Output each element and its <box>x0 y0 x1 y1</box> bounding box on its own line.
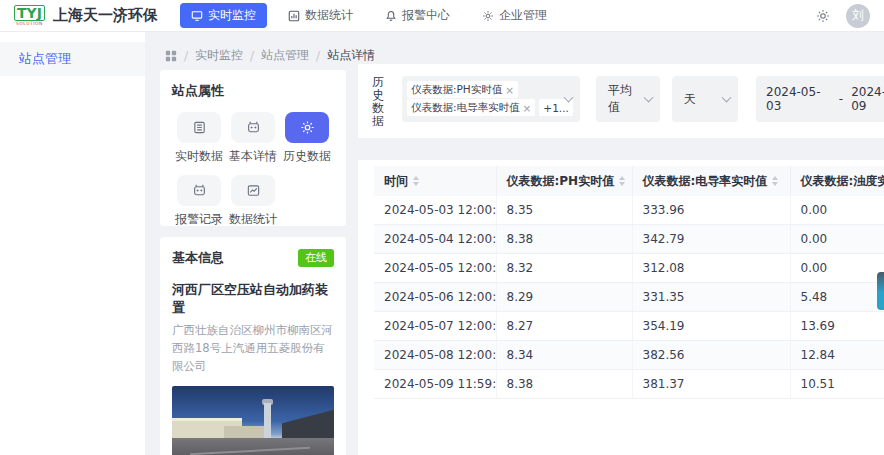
breadcrumb-separator: / <box>250 49 254 63</box>
grid-icon <box>165 50 177 62</box>
nav-label: 数据统计 <box>305 7 353 24</box>
table-row: 2024-05-06 12:00:008.29331.355.48 <box>374 283 884 312</box>
date-start: 2024-05-03 <box>766 85 831 113</box>
period-select[interactable]: 天 <box>672 76 738 122</box>
nav-data-statistics[interactable]: 数据统计 <box>277 3 364 28</box>
sort-icon[interactable] <box>619 176 625 186</box>
nav-label: 企业管理 <box>499 7 547 24</box>
company-name: 上海天一济环保 <box>53 6 158 25</box>
nav-enterprise-management[interactable]: 企业管理 <box>471 3 558 28</box>
topbar: TYJ SOLUTION 上海天一济环保 实时监控 数据统计 报警中心 企 <box>0 0 884 32</box>
col-header-conductivity[interactable]: 仪表数据:电导率实时值 <box>632 166 790 196</box>
logo-text: TYJ <box>14 5 45 21</box>
sort-icon[interactable] <box>413 176 419 186</box>
site-properties-card: 站点属性 实时数据 基本详情 历史数据 <box>160 70 346 226</box>
breadcrumb-separator: / <box>184 49 188 63</box>
chart-icon <box>288 10 300 22</box>
table-row: 2024-05-09 11:59:598.38381.3710.51 <box>374 370 884 399</box>
monitor-icon <box>191 10 203 22</box>
date-range-picker[interactable]: 2024-05-03 - 2024-05-09 <box>756 76 884 122</box>
stats-icon <box>231 175 275 206</box>
theme-sun-icon[interactable] <box>816 9 830 23</box>
list-icon <box>177 112 221 143</box>
robot-icon <box>231 112 275 143</box>
breadcrumb-link-realtime[interactable]: 实时监控 <box>195 47 243 64</box>
sidebar-item-site-management[interactable]: 站点管理 <box>0 42 145 76</box>
site-action-grid: 实时数据 基本详情 历史数据 报警记录 <box>172 112 334 228</box>
nav-realtime-monitoring[interactable]: 实时监控 <box>180 3 267 28</box>
history-table: 时间 仪表数据:PH实时值 仪表数据:电导率实时值 仪表数据:浊度实时值 202… <box>374 166 884 399</box>
date-end: 2024-05-09 <box>851 85 884 113</box>
sidebar: 站点管理 <box>0 32 145 455</box>
table-row: 2024-05-05 12:00:008.32312.080.00 <box>374 254 884 283</box>
gear-icon <box>285 112 329 143</box>
topbar-right: 刘 <box>816 4 870 28</box>
action-basic-details[interactable]: 基本详情 <box>226 112 280 165</box>
table-row: 2024-05-07 12:00:008.27354.1913.69 <box>374 312 884 341</box>
table-row: 2024-05-03 12:00:008.35333.960.00 <box>374 196 884 225</box>
logo-subtext: SOLUTION <box>16 22 43 27</box>
metric-tag-ph: 仪表数据:PH实时值 × <box>407 81 518 98</box>
main-content: / 实时监控 / 站点管理 / 站点详情 站点属性 实时数据 基本详情 <box>145 32 884 455</box>
action-history-data[interactable]: 历史数据 <box>280 112 334 165</box>
status-badge-online: 在线 <box>298 249 334 267</box>
gear-icon <box>482 10 494 22</box>
col-header-ph[interactable]: 仪表数据:PH实时值 <box>496 166 632 196</box>
date-range-separator: - <box>839 92 843 106</box>
action-realtime-data[interactable]: 实时数据 <box>172 112 226 165</box>
breadcrumb: / 实时监控 / 站点管理 / 站点详情 <box>165 47 375 64</box>
col-header-turbidity[interactable]: 仪表数据:浊度实时值 <box>790 166 884 196</box>
breadcrumb-current: 站点详情 <box>327 47 375 64</box>
metric-multiselect[interactable]: 仪表数据:PH实时值 × 仪表数据:电导率实时值 × +1... <box>402 76 580 122</box>
main-nav: 实时监控 数据统计 报警中心 企业管理 <box>180 3 558 28</box>
section-divider <box>358 138 884 160</box>
action-data-statistics[interactable]: 数据统计 <box>226 175 280 228</box>
table-row: 2024-05-08 12:00:008.34382.5612.84 <box>374 341 884 370</box>
nav-alarm-center[interactable]: 报警中心 <box>374 3 461 28</box>
site-properties-title: 站点属性 <box>172 82 334 100</box>
sort-icon[interactable] <box>772 176 778 186</box>
basic-info-card: 基本信息 在线 河西厂区空压站自动加药装置 广西壮族自治区柳州市柳南区河西路18… <box>160 237 346 455</box>
nav-label: 报警中心 <box>402 7 450 24</box>
remove-tag-icon[interactable]: × <box>523 102 532 114</box>
nav-label: 实时监控 <box>208 7 256 24</box>
chevron-down-icon <box>722 93 732 103</box>
alarm-icon <box>177 175 221 206</box>
bell-icon <box>385 10 397 22</box>
table-row: 2024-05-04 12:00:008.38342.790.00 <box>374 225 884 254</box>
basic-info-title: 基本信息 <box>172 249 224 267</box>
scrollbar-thumb[interactable] <box>877 272 884 310</box>
site-photo <box>172 386 334 455</box>
chevron-down-icon <box>644 93 654 103</box>
history-data-panel: 历史数据 仪表数据:PH实时值 × 仪表数据:电导率实时值 × +1... 平均… <box>358 64 884 455</box>
breadcrumb-link-site-management[interactable]: 站点管理 <box>261 47 309 64</box>
logo[interactable]: TYJ SOLUTION <box>14 5 45 27</box>
remove-tag-icon[interactable]: × <box>505 84 514 96</box>
aggregation-select[interactable]: 平均值 <box>596 76 660 122</box>
device-address: 广西壮族自治区柳州市柳南区河西路18号上汽通用五菱股份有限公司 <box>172 322 334 375</box>
action-alarm-records[interactable]: 报警记录 <box>172 175 226 228</box>
table-header-row: 时间 仪表数据:PH实时值 仪表数据:电导率实时值 仪表数据:浊度实时值 <box>374 166 884 196</box>
col-header-time[interactable]: 时间 <box>374 166 496 196</box>
breadcrumb-separator: / <box>316 49 320 63</box>
device-name: 河西厂区空压站自动加药装置 <box>172 281 334 316</box>
history-data-label: 历史数据 <box>372 76 385 128</box>
metric-tag-conductivity: 仪表数据:电导率实时值 × <box>407 99 535 116</box>
avatar[interactable]: 刘 <box>846 4 870 28</box>
